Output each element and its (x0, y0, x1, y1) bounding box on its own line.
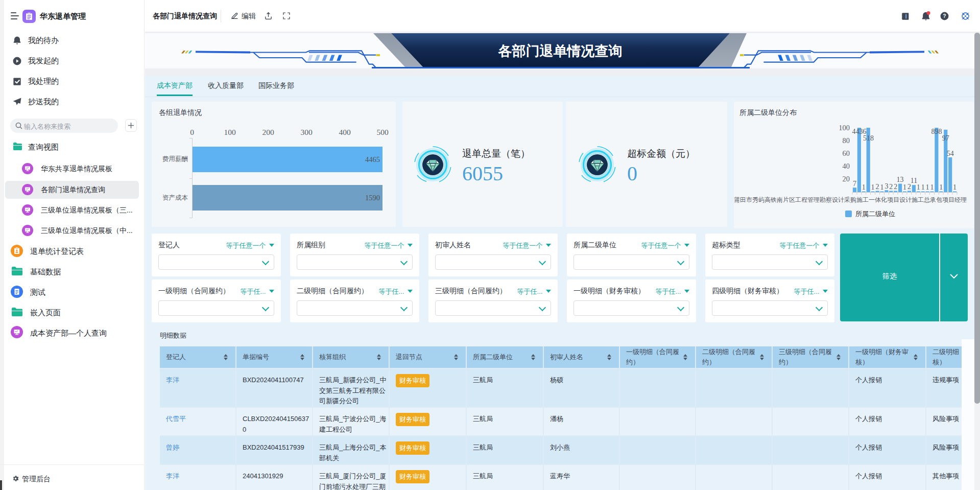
svg-text:1: 1 (921, 183, 925, 191)
svg-text:1: 1 (953, 183, 957, 191)
svg-text:54: 54 (947, 150, 954, 157)
svg-text:300: 300 (300, 128, 313, 136)
svg-text:100: 100 (224, 128, 236, 136)
svg-text:1: 1 (871, 183, 875, 191)
svg-text:20: 20 (843, 175, 850, 183)
svg-text:7: 7 (853, 180, 856, 188)
svg-text:500: 500 (376, 128, 389, 136)
svg-text:1: 1 (926, 183, 929, 191)
svg-text:费用薪酬: 费用薪酬 (162, 155, 188, 162)
svg-text:200: 200 (262, 128, 274, 136)
svg-text:2: 2 (876, 183, 879, 191)
svg-text:0: 0 (190, 128, 194, 136)
svg-text:97: 97 (942, 134, 949, 142)
svg-text:1590: 1590 (365, 194, 380, 202)
svg-text:400: 400 (339, 128, 351, 136)
svg-text:资产成本: 资产成本 (162, 194, 188, 201)
svg-text:60: 60 (843, 149, 850, 157)
svg-text:1: 1 (903, 183, 906, 191)
svg-text:80: 80 (843, 136, 850, 145)
svg-text:各部门退单情况查询: 各部门退单情况查询 (498, 43, 623, 59)
svg-text:40: 40 (843, 162, 850, 170)
svg-text:518: 518 (863, 134, 874, 142)
svg-text:?: ? (943, 13, 946, 19)
svg-text:4465: 4465 (365, 155, 380, 164)
svg-text:898: 898 (931, 128, 942, 135)
svg-text:1: 1 (862, 183, 866, 191)
svg-text:1: 1 (939, 183, 943, 191)
svg-text:100: 100 (839, 124, 850, 132)
svg-text:1: 1 (930, 183, 934, 191)
svg-text:13: 13 (897, 176, 904, 183)
svg-text:1: 1 (880, 183, 884, 191)
svg-text:2: 2 (894, 183, 897, 191)
svg-text:1: 1 (917, 183, 920, 191)
svg-text:2: 2 (889, 183, 893, 191)
svg-text:所属二级单位: 所属二级单位 (855, 210, 895, 218)
svg-text:3: 3 (885, 182, 888, 190)
